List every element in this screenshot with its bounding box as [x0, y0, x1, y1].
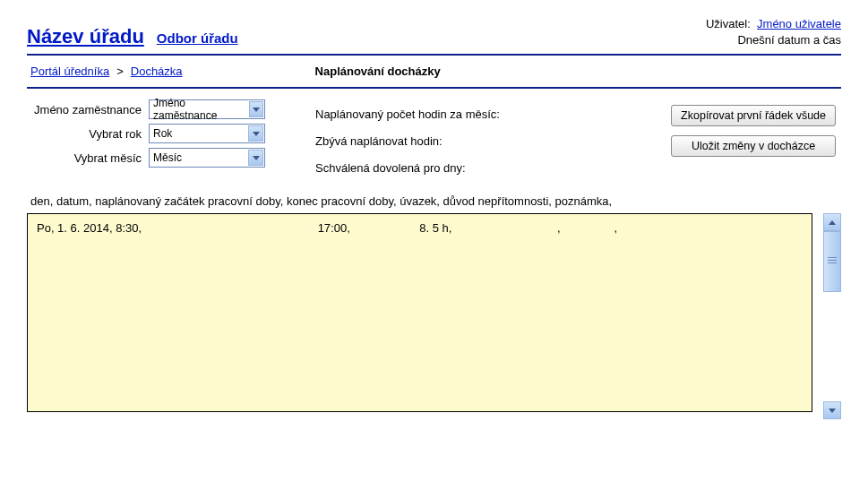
divider-top: [27, 54, 841, 56]
form-block: Jméno zaměstnance Jméno zaměstnance Vybr…: [27, 99, 279, 172]
datetime-text: Dnešní datum a čas: [706, 32, 841, 48]
scrollbar[interactable]: [823, 213, 841, 419]
cell-note: ,: [614, 221, 618, 235]
schedule-textarea[interactable]: Po, 1. 6. 2014, 8:30, 17:00, 8. 5 h, , ,: [27, 213, 812, 412]
buttons-col: Zkopírovat první řádek všude Uložit změn…: [671, 99, 841, 157]
year-select[interactable]: Rok: [149, 124, 265, 143]
chevron-down-icon: [248, 150, 263, 166]
month-select-value: Měsíc: [153, 151, 182, 164]
header-left: Název úřadu Odbor úřadu: [27, 25, 238, 48]
scroll-up-button[interactable]: [823, 213, 841, 231]
year-select-value: Rok: [153, 127, 172, 140]
info-block: Naplánovaný počet hodin za měsíc: Zbývá …: [279, 99, 671, 182]
remaining-hours-line: Zbývá naplánovat hodin:: [315, 128, 671, 155]
controls-row: Jméno zaměstnance Jméno zaměstnance Vybr…: [27, 99, 841, 182]
employee-select-value: Jméno zaměstnance: [153, 97, 249, 122]
month-label: Vybrat měsíc: [30, 151, 149, 165]
cell-end: 17:00,: [318, 221, 417, 235]
cell-hours: 8. 5 h,: [419, 221, 554, 235]
department-link[interactable]: Odbor úřadu: [157, 30, 238, 46]
copy-first-row-button[interactable]: Zkopírovat první řádek všude: [671, 105, 836, 126]
app-window: Název úřadu Odbor úřadu Uživatel: Jméno …: [0, 0, 868, 482]
divider-bottom: [27, 87, 841, 89]
year-label: Vybrat rok: [30, 127, 149, 141]
month-select[interactable]: Měsíc: [149, 148, 265, 168]
cell-reason: ,: [557, 221, 611, 235]
breadcrumb-sep: >: [116, 65, 124, 78]
user-label: Uživatel:: [706, 17, 751, 30]
cell-day-date-start: Po, 1. 6. 2014, 8:30,: [37, 221, 314, 235]
chevron-down-icon: [249, 101, 263, 117]
employee-label: Jméno zaměstnance: [30, 103, 149, 116]
planned-hours-line: Naplánovaný počet hodin za měsíc:: [315, 101, 671, 128]
breadcrumb-portal[interactable]: Portál úředníka: [30, 65, 109, 78]
approved-vacation-line: Schválená dovolená pro dny:: [315, 155, 671, 182]
schedule-row: Po, 1. 6. 2014, 8:30, 17:00, 8. 5 h, , ,: [37, 221, 803, 235]
scroll-down-button[interactable]: [823, 401, 841, 419]
breadcrumb-attendance[interactable]: Docházka: [131, 65, 183, 78]
header-right: Uživatel: Jméno uživatele Dnešní datum a…: [706, 16, 841, 48]
office-name-link[interactable]: Název úřadu: [27, 25, 144, 48]
header: Název úřadu Odbor úřadu Uživatel: Jméno …: [27, 16, 841, 54]
columns-description: den, datum, naplánovaný začátek pracovní…: [27, 194, 841, 208]
editor-row: Po, 1. 6. 2014, 8:30, 17:00, 8. 5 h, , ,: [27, 213, 841, 419]
chevron-down-icon: [248, 125, 263, 142]
employee-select[interactable]: Jméno zaměstnance: [149, 99, 265, 119]
save-button[interactable]: Uložit změny v docházce: [671, 135, 836, 157]
user-name-link[interactable]: Jméno uživatele: [757, 17, 841, 30]
scroll-thumb[interactable]: [823, 231, 841, 292]
page-title: Naplánování docházky: [315, 65, 441, 78]
scroll-track[interactable]: [823, 231, 841, 401]
breadcrumb: Portál úředníka > Docházka Naplánování d…: [27, 59, 841, 83]
